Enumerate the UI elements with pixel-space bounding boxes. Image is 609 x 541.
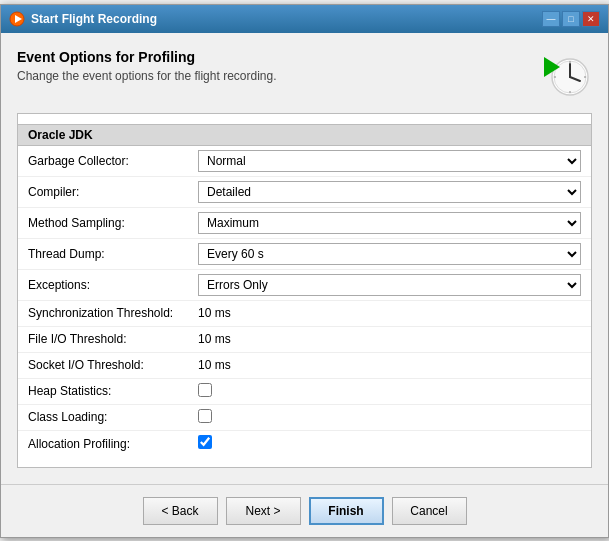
sync-threshold-row: Synchronization Threshold: 10 ms — [18, 301, 591, 327]
class-loading-label: Class Loading: — [28, 410, 198, 424]
exceptions-label: Exceptions: — [28, 278, 198, 292]
header-section: Event Options for Profiling Change the e… — [17, 49, 592, 101]
compiler-select[interactable]: Detailed Normal Off — [198, 181, 581, 203]
thread-dump-row: Thread Dump: Every 60 s Every 30 s Off — [18, 239, 591, 270]
sync-threshold-value: 10 ms — [198, 306, 231, 320]
file-io-threshold-value: 10 ms — [198, 332, 231, 346]
allocation-profiling-checkbox[interactable] — [198, 435, 212, 449]
flight-recording-icon — [540, 49, 592, 101]
file-io-threshold-control: 10 ms — [198, 332, 581, 346]
minimize-button[interactable]: — — [542, 11, 560, 27]
method-sampling-row: Method Sampling: Maximum Normal Off — [18, 208, 591, 239]
exceptions-row: Exceptions: Errors Only All Exceptions O… — [18, 270, 591, 301]
thread-dump-label: Thread Dump: — [28, 247, 198, 261]
thread-dump-select[interactable]: Every 60 s Every 30 s Off — [198, 243, 581, 265]
heap-statistics-control — [198, 383, 581, 400]
exceptions-control: Errors Only All Exceptions Off — [198, 274, 581, 296]
allocation-profiling-control — [198, 435, 581, 452]
form-area: Oracle JDK Garbage Collector: Normal Det… — [17, 113, 592, 468]
heap-statistics-checkbox[interactable] — [198, 383, 212, 397]
socket-io-threshold-control: 10 ms — [198, 358, 581, 372]
title-bar-left: Start Flight Recording — [9, 11, 157, 27]
window-title: Start Flight Recording — [31, 12, 157, 26]
header-text: Event Options for Profiling Change the e… — [17, 49, 277, 83]
garbage-collector-select[interactable]: Normal Detailed Off — [198, 150, 581, 172]
socket-io-threshold-row: Socket I/O Threshold: 10 ms — [18, 353, 591, 379]
file-io-threshold-row: File I/O Threshold: 10 ms — [18, 327, 591, 353]
socket-io-threshold-label: Socket I/O Threshold: — [28, 358, 198, 372]
main-window: Start Flight Recording — □ ✕ Event Optio… — [0, 4, 609, 538]
exceptions-select[interactable]: Errors Only All Exceptions Off — [198, 274, 581, 296]
page-title: Event Options for Profiling — [17, 49, 277, 65]
garbage-collector-label: Garbage Collector: — [28, 154, 198, 168]
sync-threshold-control: 10 ms — [198, 306, 581, 320]
thread-dump-control: Every 60 s Every 30 s Off — [198, 243, 581, 265]
compiler-control: Detailed Normal Off — [198, 181, 581, 203]
garbage-collector-row: Garbage Collector: Normal Detailed Off — [18, 146, 591, 177]
method-sampling-select[interactable]: Maximum Normal Off — [198, 212, 581, 234]
allocation-profiling-label: Allocation Profiling: — [28, 437, 198, 451]
page-subtitle: Change the event options for the flight … — [17, 69, 277, 83]
heap-statistics-label: Heap Statistics: — [28, 384, 198, 398]
class-loading-row: Class Loading: — [18, 405, 591, 431]
maximize-button[interactable]: □ — [562, 11, 580, 27]
back-button[interactable]: < Back — [143, 497, 218, 525]
window-icon — [9, 11, 25, 27]
allocation-profiling-row: Allocation Profiling: — [18, 431, 591, 457]
method-sampling-control: Maximum Normal Off — [198, 212, 581, 234]
footer: < Back Next > Finish Cancel — [1, 484, 608, 537]
next-button[interactable]: Next > — [226, 497, 301, 525]
close-button[interactable]: ✕ — [582, 11, 600, 27]
section-header-oracle-jdk: Oracle JDK — [18, 124, 591, 146]
cancel-button[interactable]: Cancel — [392, 497, 467, 525]
class-loading-control — [198, 409, 581, 426]
heap-statistics-row: Heap Statistics: — [18, 379, 591, 405]
finish-button[interactable]: Finish — [309, 497, 384, 525]
socket-io-threshold-value: 10 ms — [198, 358, 231, 372]
compiler-label: Compiler: — [28, 185, 198, 199]
content-area: Event Options for Profiling Change the e… — [1, 33, 608, 484]
title-bar: Start Flight Recording — □ ✕ — [1, 5, 608, 33]
garbage-collector-control: Normal Detailed Off — [198, 150, 581, 172]
method-sampling-label: Method Sampling: — [28, 216, 198, 230]
title-controls: — □ ✕ — [542, 11, 600, 27]
sync-threshold-label: Synchronization Threshold: — [28, 306, 198, 320]
file-io-threshold-label: File I/O Threshold: — [28, 332, 198, 346]
compiler-row: Compiler: Detailed Normal Off — [18, 177, 591, 208]
class-loading-checkbox[interactable] — [198, 409, 212, 423]
